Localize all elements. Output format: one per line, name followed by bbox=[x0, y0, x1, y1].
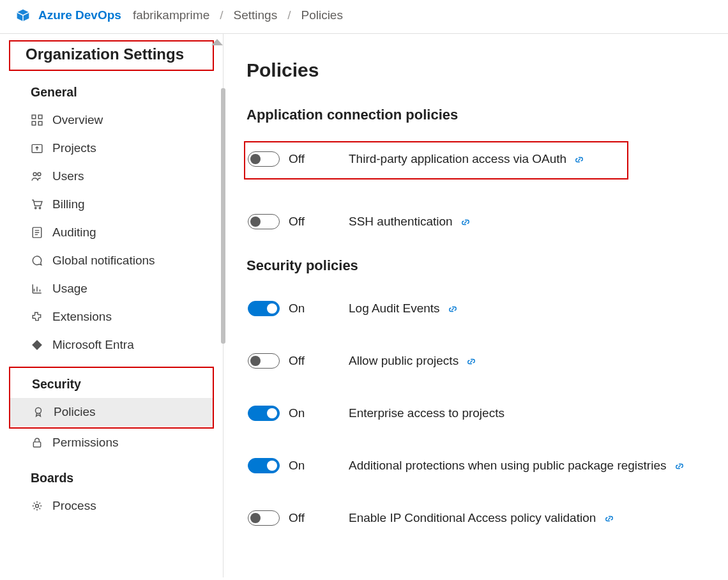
product-name[interactable]: Azure DevOps bbox=[38, 8, 121, 22]
chat-icon bbox=[31, 254, 43, 267]
main-content: Policies Application connection policies… bbox=[224, 33, 728, 577]
policy-label: Enable IP Conditional Access policy vali… bbox=[349, 511, 614, 525]
toggle-enterprise-access[interactable] bbox=[248, 406, 280, 421]
sidebar-item-label: Users bbox=[52, 169, 84, 183]
sidebar-item-label: Global notifications bbox=[52, 254, 155, 268]
sidebar-item-label: Permissions bbox=[52, 436, 118, 450]
sidebar-item-label: Auditing bbox=[52, 225, 96, 240]
sidebar-item-label: Usage bbox=[52, 282, 87, 296]
toggle-state: Off bbox=[289, 152, 328, 166]
users-icon bbox=[31, 170, 43, 183]
diamond-icon bbox=[31, 339, 43, 351]
toggle-oauth[interactable] bbox=[248, 151, 280, 167]
policy-label: Allow public projects bbox=[349, 354, 476, 368]
top-breadcrumb-bar: Azure DevOps fabrikamprime / Settings / … bbox=[0, 0, 728, 33]
sidebar-group-general: General bbox=[0, 71, 223, 106]
toggle-state: On bbox=[289, 406, 328, 420]
sidebar-item-label: Microsoft Entra bbox=[52, 338, 134, 352]
link-icon[interactable] bbox=[467, 357, 476, 366]
breadcrumb-settings[interactable]: Settings bbox=[234, 8, 278, 22]
sidebar: Organization Settings General Overview P… bbox=[0, 33, 224, 577]
grid-icon bbox=[31, 114, 43, 126]
policy-label: Third-party application access via OAuth bbox=[349, 152, 584, 166]
sidebar-item-auditing[interactable]: Auditing bbox=[0, 218, 223, 247]
toggle-ssh[interactable] bbox=[248, 214, 280, 229]
page-title: Policies bbox=[246, 59, 728, 81]
svg-point-7 bbox=[35, 208, 36, 209]
link-icon[interactable] bbox=[575, 155, 584, 164]
chart-icon bbox=[31, 282, 43, 295]
toggle-state: On bbox=[289, 459, 328, 473]
policy-row-enterprise-access: On Enterprise access to projects bbox=[246, 397, 728, 432]
breadcrumb-org[interactable]: fabrikamprime bbox=[133, 8, 209, 22]
puzzle-icon bbox=[31, 310, 43, 323]
policy-group-security: Security policies bbox=[246, 257, 728, 274]
svg-point-10 bbox=[36, 408, 42, 413]
azure-devops-logo-icon bbox=[14, 6, 32, 24]
toggle-state: Off bbox=[289, 511, 328, 525]
policy-row-ip-conditional: Off Enable IP Conditional Access policy … bbox=[246, 501, 728, 537]
toggle-state: Off bbox=[289, 215, 328, 229]
svg-rect-1 bbox=[38, 115, 42, 119]
lock-icon bbox=[31, 436, 43, 449]
policy-label: Log Audit Events bbox=[349, 301, 457, 316]
list-icon bbox=[31, 226, 43, 239]
sidebar-group-boards: Boards bbox=[0, 457, 223, 492]
gear-icon bbox=[31, 500, 43, 512]
sidebar-item-permissions[interactable]: Permissions bbox=[0, 429, 223, 457]
sidebar-item-global-notifications[interactable]: Global notifications bbox=[0, 247, 223, 275]
sidebar-item-extensions[interactable]: Extensions bbox=[0, 303, 223, 331]
sidebar-item-microsoft-entra[interactable]: Microsoft Entra bbox=[0, 331, 223, 359]
sidebar-item-label: Process bbox=[52, 499, 96, 513]
sidebar-security-highlight: Security Policies bbox=[9, 367, 214, 429]
svg-point-6 bbox=[38, 172, 41, 176]
link-icon[interactable] bbox=[461, 218, 470, 227]
sidebar-item-label: Overview bbox=[52, 113, 103, 127]
svg-rect-0 bbox=[32, 115, 36, 119]
link-icon[interactable] bbox=[605, 514, 614, 523]
svg-point-12 bbox=[36, 505, 39, 508]
sidebar-item-label: Extensions bbox=[52, 310, 112, 324]
upload-icon bbox=[31, 142, 43, 155]
policy-row-ssh: Off SSH authentication bbox=[246, 205, 728, 241]
link-icon[interactable] bbox=[448, 305, 457, 314]
policy-label: SSH authentication bbox=[349, 215, 470, 229]
toggle-ip-conditional[interactable] bbox=[248, 510, 280, 526]
sidebar-item-usage[interactable]: Usage bbox=[0, 275, 223, 303]
sidebar-item-overview[interactable]: Overview bbox=[0, 106, 223, 134]
policy-group-app-connection: Application connection policies bbox=[246, 107, 728, 123]
sidebar-scrollbar[interactable] bbox=[221, 88, 225, 344]
breadcrumb-sep: / bbox=[287, 8, 291, 22]
svg-rect-11 bbox=[33, 442, 40, 447]
svg-rect-3 bbox=[38, 121, 42, 125]
sidebar-title: Organization Settings bbox=[26, 45, 201, 63]
sidebar-item-billing[interactable]: Billing bbox=[0, 190, 223, 218]
cart-icon bbox=[31, 198, 43, 211]
toggle-package-registries[interactable] bbox=[248, 458, 280, 473]
toggle-state: On bbox=[289, 301, 328, 316]
sidebar-item-projects[interactable]: Projects bbox=[0, 134, 223, 162]
sidebar-item-users[interactable]: Users bbox=[0, 162, 223, 190]
policy-row-public-projects: Off Allow public projects bbox=[246, 344, 728, 380]
policy-row-package-registries: On Additional protections when using pub… bbox=[246, 449, 728, 485]
badge-icon bbox=[32, 406, 45, 418]
sidebar-item-process[interactable]: Process bbox=[0, 492, 223, 520]
toggle-log-audit[interactable] bbox=[248, 301, 280, 316]
breadcrumb-policies[interactable]: Policies bbox=[301, 8, 342, 22]
sidebar-group-security: Security bbox=[10, 368, 213, 398]
policy-row-oauth: Off Third-party application access via O… bbox=[244, 141, 628, 179]
breadcrumb-sep: / bbox=[220, 8, 223, 22]
sidebar-item-policies[interactable]: Policies bbox=[10, 398, 213, 426]
svg-point-5 bbox=[33, 172, 36, 176]
policy-row-log-audit: On Log Audit Events bbox=[246, 292, 728, 328]
link-icon[interactable] bbox=[675, 462, 684, 471]
svg-point-8 bbox=[39, 208, 40, 209]
toggle-state: Off bbox=[289, 354, 328, 368]
sidebar-item-label: Projects bbox=[52, 141, 96, 155]
toggle-public-projects[interactable] bbox=[248, 353, 280, 369]
sidebar-title-highlight: Organization Settings bbox=[9, 40, 214, 71]
svg-rect-2 bbox=[32, 121, 36, 125]
sidebar-item-label: Policies bbox=[54, 405, 95, 419]
policy-label: Additional protections when using public… bbox=[349, 459, 684, 473]
scroll-up-arrow-icon[interactable] bbox=[211, 39, 223, 45]
